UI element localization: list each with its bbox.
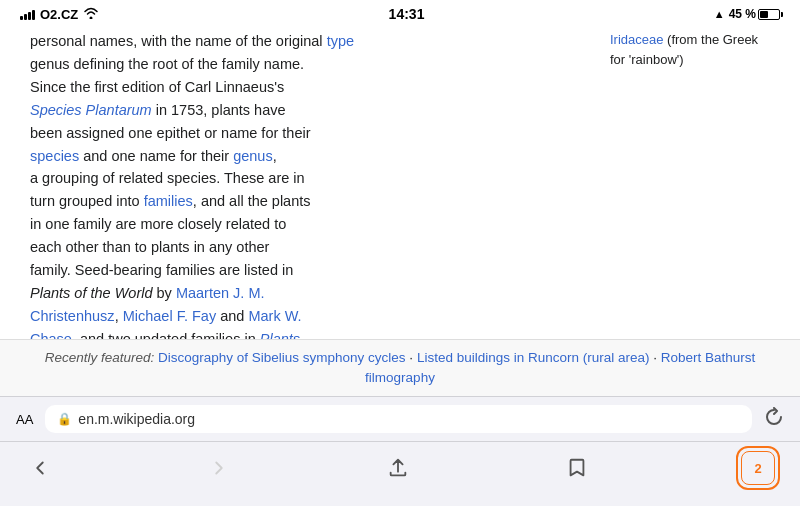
bookmarks-button[interactable] [557, 448, 597, 488]
recently-featured-label: Recently featured: [45, 350, 158, 365]
battery-percentage: 45 % [729, 7, 756, 21]
share-button[interactable] [378, 448, 418, 488]
wifi-icon [83, 6, 99, 22]
link-families[interactable]: families [144, 193, 193, 209]
status-left: O2.CZ [20, 6, 99, 22]
tabs-button[interactable]: 2 [736, 446, 780, 490]
status-time: 14:31 [389, 6, 425, 22]
recently-featured: Recently featured: Discography of Sibeli… [0, 339, 800, 397]
forward-button[interactable] [199, 448, 239, 488]
address-bar-container: AA 🔒 en.m.wikipedia.org [0, 396, 800, 441]
link-species-plantarum[interactable]: Species Plantarum [30, 102, 152, 118]
link-chase[interactable]: Mark W. [248, 308, 301, 324]
battery-tip [781, 12, 783, 17]
sidebar-iridaceae-link[interactable]: Iridaceae [610, 32, 663, 47]
wiki-main-text: personal names, with the name of the ori… [30, 30, 594, 339]
signal-bars [20, 8, 35, 20]
signal-bar-2 [24, 14, 27, 20]
wiki-content: personal names, with the name of the ori… [0, 26, 800, 339]
battery: 45 % [729, 7, 780, 21]
carrier-label: O2.CZ [40, 7, 78, 22]
text-size-button[interactable]: AA [16, 412, 33, 427]
signal-bar-4 [32, 10, 35, 20]
refresh-button[interactable] [764, 407, 784, 432]
lock-icon: 🔒 [57, 412, 72, 426]
link-christenhusz[interactable]: Maarten J. M. [176, 285, 265, 301]
sidebar-text: Iridaceae (from the Greek for 'rainbow') [610, 30, 770, 69]
link-fay[interactable]: Michael F. Fay [123, 308, 216, 324]
link-chase-2[interactable]: Chase [30, 331, 72, 339]
tabs-count-text: 2 [754, 461, 761, 476]
bottom-nav: 2 [0, 441, 800, 506]
recently-featured-item-1[interactable]: Discography of Sibelius symphony cycles [158, 350, 406, 365]
link-species[interactable]: species [30, 148, 79, 164]
recently-featured-item-2[interactable]: Listed buildings in Runcorn (rural area) [417, 350, 650, 365]
content-area: personal names, with the name of the ori… [0, 26, 800, 396]
signal-bar-1 [20, 16, 23, 20]
status-bar: O2.CZ 14:31 ▲ 45 % [0, 0, 800, 26]
wiki-sidebar: Iridaceae (from the Greek for 'rainbow') [610, 30, 770, 339]
back-button[interactable] [20, 448, 60, 488]
battery-fill [760, 11, 768, 18]
link-type[interactable]: type [327, 33, 354, 49]
tabs-count: 2 [741, 451, 775, 485]
link-plants-world-online[interactable]: Plants [260, 331, 300, 339]
signal-strength-icon: ▲ [714, 8, 725, 20]
separator-1: · [409, 350, 417, 365]
status-right: ▲ 45 % [714, 7, 780, 21]
signal-bar-3 [28, 12, 31, 20]
link-genus[interactable]: genus [233, 148, 273, 164]
wiki-paragraph: personal names, with the name of the ori… [30, 30, 594, 339]
address-bar[interactable]: 🔒 en.m.wikipedia.org [45, 405, 752, 433]
link-christenhusz-2[interactable]: Christenhusz [30, 308, 115, 324]
plants-world-italic: Plants of the World [30, 285, 153, 301]
battery-body [758, 9, 780, 20]
url-text: en.m.wikipedia.org [78, 411, 195, 427]
separator-2: · [653, 350, 661, 365]
